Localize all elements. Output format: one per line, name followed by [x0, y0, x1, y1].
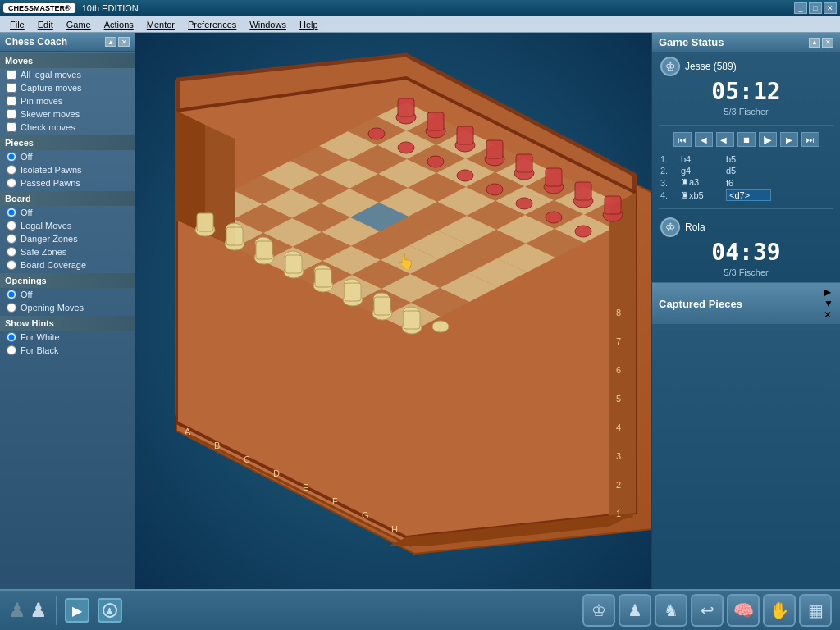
game-status-collapse[interactable]: ▲ — [809, 38, 820, 48]
option-danger-zones[interactable]: Danger Zones — [0, 232, 135, 245]
radio-passed-pawns[interactable] — [7, 178, 16, 188]
option-check-moves[interactable]: Check moves — [0, 121, 135, 134]
checkbox-pin-moves[interactable] — [7, 96, 16, 106]
radio-pieces-off[interactable] — [7, 152, 16, 162]
svg-point-121 — [432, 321, 449, 332]
left-panel: Chess Coach ▲ ✕ Moves All legal moves Ca… — [0, 33, 135, 589]
svg-rect-105 — [486, 140, 503, 158]
svg-rect-103 — [457, 126, 473, 144]
menu-windows[interactable]: Windows — [243, 18, 293, 31]
radio-opening-moves[interactable] — [7, 303, 16, 313]
radio-safe-zones[interactable] — [7, 247, 16, 257]
menu-help[interactable]: Help — [293, 18, 325, 31]
step-forward-button[interactable]: ▶ — [780, 132, 798, 147]
option-pin-moves[interactable]: Pin moves — [0, 94, 135, 107]
chess-coach-collapse[interactable]: ▲ — [105, 37, 116, 47]
toolbar-hand-icon[interactable]: ✋ — [763, 594, 796, 627]
player2-row: ♔ Rola — [660, 217, 832, 237]
stop-button[interactable]: ⏹ — [737, 132, 756, 147]
chess-board[interactable]: A B C D E F G H 1 2 3 4 5 6 7 — [144, 37, 651, 562]
toolbar-king-icon[interactable]: ♔ — [582, 594, 615, 627]
captured-title: Captured Pieces — [659, 298, 742, 310]
menu-actions[interactable]: Actions — [98, 18, 140, 31]
forward-button[interactable]: |▶ — [759, 132, 777, 147]
radio-board-coverage[interactable] — [7, 260, 16, 270]
toolbar-knight-icon[interactable]: ♞ — [655, 594, 687, 627]
svg-text:H: H — [391, 524, 398, 534]
radio-board-off[interactable] — [7, 208, 16, 217]
captured-close[interactable]: ✕ — [824, 309, 833, 321]
player2-timer: 04:39 — [660, 239, 832, 266]
option-capture-moves[interactable]: Capture moves — [0, 81, 135, 94]
menu-mentor[interactable]: Mentor — [140, 18, 181, 31]
menu-preferences[interactable]: Preferences — [181, 18, 243, 31]
close-button[interactable]: ✕ — [824, 2, 837, 14]
show-hints-section-header: Show Hints — [0, 316, 135, 331]
svg-rect-135 — [374, 297, 390, 315]
radio-openings-off[interactable] — [7, 290, 16, 299]
menu-bar: File Edit Game Actions Mentor Preference… — [0, 16, 840, 33]
svg-text:5: 5 — [616, 394, 621, 404]
player1-rating: 5/3 Fischer — [660, 107, 832, 116]
minimize-button[interactable]: _ — [794, 2, 807, 14]
radio-danger-zones[interactable] — [7, 234, 16, 244]
main-layout: Chess Coach ▲ ✕ Moves All legal moves Ca… — [0, 33, 840, 589]
option-for-black[interactable]: For Black — [0, 344, 135, 357]
back-button[interactable]: ◀| — [716, 132, 734, 147]
separator — [56, 596, 57, 625]
chess-coach-close[interactable]: ✕ — [118, 37, 130, 47]
maximize-button[interactable]: □ — [809, 2, 822, 14]
option-skewer-moves[interactable]: Skewer moves — [0, 107, 135, 121]
step-back-button[interactable]: ◀ — [695, 132, 713, 147]
game-controls: ⏮ ◀ ◀| ⏹ |▶ ▶ ⏭ — [652, 129, 840, 150]
option-passed-pawns[interactable]: Passed Pawns — [0, 176, 135, 189]
table-row: 4. ♜xb5 <d7> — [660, 189, 832, 202]
option-board-off[interactable]: Off — [0, 206, 135, 219]
option-for-white[interactable]: For White — [0, 331, 135, 344]
radio-for-white[interactable] — [7, 332, 16, 342]
chess-coach-controls: ▲ ✕ — [105, 37, 130, 47]
chess-coach-title: Chess Coach — [5, 36, 67, 48]
svg-rect-127 — [256, 241, 272, 259]
window-controls: _ □ ✕ — [794, 2, 837, 14]
option-isolated-pawns[interactable]: Isolated Pawns — [0, 163, 135, 176]
option-legal-moves[interactable]: Legal Moves — [0, 219, 135, 232]
option-openings-off[interactable]: Off — [0, 288, 135, 301]
menu-file[interactable]: File — [3, 18, 31, 31]
svg-text:♟: ♟ — [106, 606, 113, 615]
toolbar-pawn-icon[interactable]: ♟ — [619, 594, 651, 627]
game-status-close[interactable]: ✕ — [822, 38, 833, 48]
option-pieces-off[interactable]: Off — [0, 150, 135, 163]
svg-rect-125 — [226, 227, 243, 245]
svg-point-97 — [575, 226, 591, 237]
skip-back-button[interactable]: ⏮ — [673, 132, 692, 147]
piece-display: ♟ ♟ — [8, 599, 48, 622]
captured-down[interactable]: ▼ — [824, 298, 833, 309]
board-area: A B C D E F G H 1 2 3 4 5 6 7 — [135, 33, 651, 589]
menu-game[interactable]: Game — [60, 18, 98, 31]
option-board-coverage[interactable]: Board Coverage — [0, 258, 135, 272]
openings-section-header: Openings — [0, 273, 135, 288]
radio-isolated-pawns[interactable] — [7, 165, 16, 175]
checkbox-all-legal-moves[interactable] — [7, 70, 16, 80]
toolbar-board-icon[interactable]: ▦ — [799, 594, 832, 627]
checkbox-skewer-moves[interactable] — [7, 109, 16, 119]
play-button[interactable]: ▶ — [65, 598, 89, 623]
svg-rect-129 — [285, 255, 302, 273]
option-all-legal-moves[interactable]: All legal moves — [0, 68, 135, 81]
radio-for-black[interactable] — [7, 345, 16, 355]
skip-forward-button[interactable]: ⏭ — [801, 132, 819, 147]
option-safe-zones[interactable]: Safe Zones — [0, 245, 135, 258]
captured-expand[interactable]: ▶ — [824, 286, 833, 298]
checkbox-check-moves[interactable] — [7, 122, 16, 132]
svg-text:2: 2 — [616, 480, 621, 490]
checkbox-capture-moves[interactable] — [7, 83, 16, 93]
toolbar-move-icon[interactable]: ↩ — [691, 594, 724, 627]
thinking-icon[interactable]: ♟ — [98, 598, 122, 623]
player1-timer: 05:12 — [660, 78, 832, 105]
table-row: 3. ♜a3 f6 — [660, 176, 832, 189]
menu-edit[interactable]: Edit — [31, 18, 60, 31]
radio-legal-moves[interactable] — [7, 221, 16, 231]
toolbar-brain-icon[interactable]: 🧠 — [727, 594, 760, 627]
option-opening-moves[interactable]: Opening Moves — [0, 301, 135, 314]
